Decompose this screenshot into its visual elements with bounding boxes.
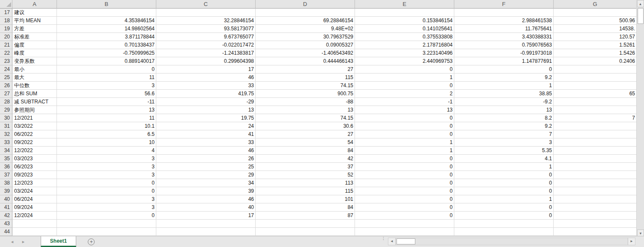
row-header-37[interactable]: 37 <box>0 171 12 179</box>
cell-A40[interactable]: 06/2024 <box>12 195 57 203</box>
cell-E39[interactable]: 0 <box>355 187 454 195</box>
cell-G20[interactable]: 120.57 <box>554 33 636 41</box>
cell-A36[interactable]: 06/2023 <box>12 163 57 171</box>
horizontal-scrollbar[interactable]: ◄ ► <box>388 238 635 245</box>
cell-F39[interactable]: 0 <box>454 187 554 195</box>
row-header-24[interactable]: 24 <box>0 65 12 74</box>
row-header-36[interactable]: 36 <box>0 163 12 171</box>
cell-A25[interactable]: 最大 <box>12 74 57 82</box>
cell-C25[interactable]: 46 <box>156 74 256 82</box>
cell-G33[interactable] <box>554 138 636 147</box>
cell-G34[interactable] <box>554 147 636 155</box>
cell-B35[interactable]: 3 <box>57 155 156 163</box>
cell-F43[interactable] <box>454 220 554 228</box>
vertical-scrollbar[interactable]: ▲ ▼ <box>636 0 644 237</box>
cell-B26[interactable]: 3 <box>57 82 156 90</box>
cell-G22[interactable]: 1.5426 <box>554 49 636 57</box>
cell-A32[interactable]: 06/2022 <box>12 130 57 138</box>
cell-E34[interactable]: 1 <box>355 147 454 155</box>
cell-C41[interactable]: 40 <box>156 203 256 212</box>
cell-C20[interactable]: 9.673765077 <box>156 33 256 41</box>
add-sheet-button[interactable]: + <box>88 238 95 245</box>
row-header-18[interactable]: 18 <box>0 17 12 25</box>
cell-F20[interactable]: 3.430388331 <box>454 33 554 41</box>
cell-A31[interactable]: 03/2022 <box>12 122 57 130</box>
column-header-c[interactable]: C <box>156 0 256 9</box>
cell-D21[interactable]: 0.09005327 <box>256 41 355 49</box>
cell-G44[interactable] <box>554 228 636 236</box>
cell-G36[interactable] <box>554 163 636 171</box>
cell-E22[interactable]: 3.223140496 <box>355 49 454 57</box>
cell-C38[interactable]: 34 <box>156 179 256 187</box>
row-header-30[interactable]: 30 <box>0 114 12 122</box>
cell-C17[interactable] <box>156 9 256 17</box>
cell-D22[interactable]: -1.406543492 <box>256 49 355 57</box>
cell-C32[interactable]: 41 <box>156 130 256 138</box>
cell-F24[interactable]: 0 <box>454 65 554 74</box>
cell-E29[interactable]: 13 <box>355 106 454 114</box>
cell-B42[interactable]: 0 <box>57 212 156 220</box>
cell-C23[interactable]: 0.299604398 <box>156 57 256 65</box>
cell-D34[interactable]: 84 <box>256 147 355 155</box>
cell-F28[interactable]: -9.2 <box>454 98 554 106</box>
cell-F17[interactable] <box>454 9 554 17</box>
cell-A43[interactable] <box>12 220 57 228</box>
cell-A24[interactable]: 最小 <box>12 65 57 74</box>
cell-G24[interactable] <box>554 65 636 74</box>
cell-D27[interactable]: 900.75 <box>256 90 355 98</box>
cell-C28[interactable]: -29 <box>156 98 256 106</box>
cell-B38[interactable]: 0 <box>57 179 156 187</box>
cell-C24[interactable]: 17 <box>156 65 256 74</box>
cell-A20[interactable]: 标准差 <box>12 33 57 41</box>
row-header-29[interactable]: 29 <box>0 106 12 114</box>
cell-E31[interactable]: 0 <box>355 122 454 130</box>
cell-F18[interactable]: 2.988461538 <box>454 17 554 25</box>
cell-B21[interactable]: 0.701338437 <box>57 41 156 49</box>
cell-F35[interactable]: 4.1 <box>454 155 554 163</box>
cell-A28[interactable]: 减 SUBTRACT <box>12 98 57 106</box>
cell-C33[interactable]: 33 <box>156 138 256 147</box>
row-header-19[interactable]: 19 <box>0 25 12 33</box>
cell-E17[interactable] <box>355 9 454 17</box>
cell-F25[interactable]: 9.2 <box>454 74 554 82</box>
column-header-g[interactable]: G <box>554 0 636 9</box>
cell-D35[interactable]: 42 <box>256 155 355 163</box>
cell-D36[interactable]: 37 <box>256 163 355 171</box>
cell-C29[interactable]: 13 <box>156 106 256 114</box>
cell-B25[interactable]: 11 <box>57 74 156 82</box>
cell-B18[interactable]: 4.353846154 <box>57 17 156 25</box>
cell-B31[interactable]: 10.1 <box>57 122 156 130</box>
cell-B22[interactable]: -0.750999625 <box>57 49 156 57</box>
cell-F22[interactable]: -0.991973018 <box>454 49 554 57</box>
cell-G42[interactable] <box>554 212 636 220</box>
cell-C18[interactable]: 32.28846154 <box>156 17 256 25</box>
cell-F34[interactable]: 5.35 <box>454 147 554 155</box>
cell-E25[interactable]: 1 <box>355 74 454 82</box>
row-header-38[interactable]: 38 <box>0 179 12 187</box>
cell-C35[interactable]: 26 <box>156 155 256 163</box>
cell-F44[interactable] <box>454 228 554 236</box>
tab-sheet1[interactable]: Sheet1 <box>41 236 76 247</box>
cell-D24[interactable]: 27 <box>256 65 355 74</box>
cell-C44[interactable] <box>156 228 256 236</box>
cell-D40[interactable]: 101 <box>256 195 355 203</box>
cell-G28[interactable] <box>554 98 636 106</box>
row-header-43[interactable]: 43 <box>0 220 12 228</box>
cell-C34[interactable]: 46 <box>156 147 256 155</box>
row-header-17[interactable]: 17 <box>0 9 12 17</box>
select-all-button[interactable] <box>0 0 12 9</box>
cell-B17[interactable] <box>57 9 156 17</box>
row-header-25[interactable]: 25 <box>0 74 12 82</box>
horizontal-scrollbar-thumb[interactable] <box>397 238 415 244</box>
cell-F21[interactable]: 0.759076563 <box>454 41 554 49</box>
cell-D37[interactable]: 52 <box>256 171 355 179</box>
column-header-f[interactable]: F <box>454 0 554 9</box>
previous-sheet-button[interactable]: ◄ <box>10 240 14 244</box>
column-header-b[interactable]: B <box>57 0 156 9</box>
cell-G35[interactable] <box>554 155 636 163</box>
cell-E44[interactable] <box>355 228 454 236</box>
cell-A37[interactable]: 09/2023 <box>12 171 57 179</box>
cell-A42[interactable]: 12/2024 <box>12 212 57 220</box>
cell-C19[interactable]: 93.58173077 <box>156 25 256 33</box>
cell-D32[interactable]: 27 <box>256 130 355 138</box>
